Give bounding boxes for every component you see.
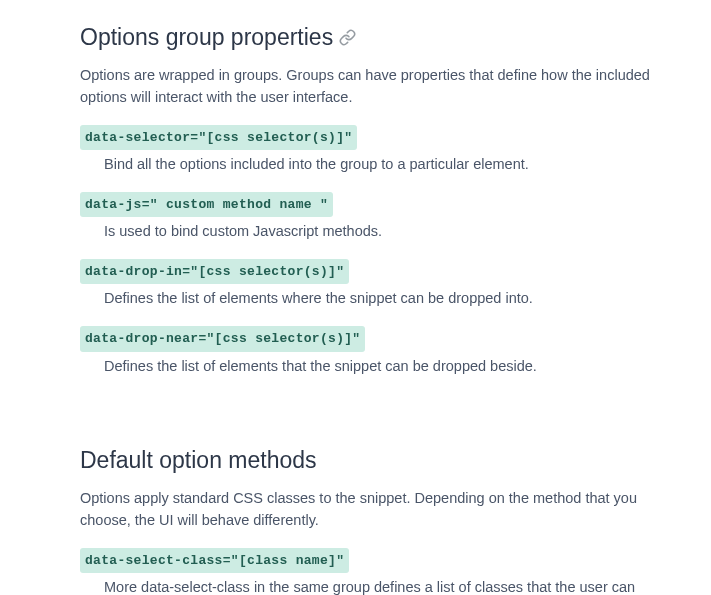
property-desc: More data-select-class in the same group… xyxy=(104,576,664,595)
property-desc: Is used to bind custom Javascript method… xyxy=(104,220,664,242)
property-desc: Bind all the options included into the g… xyxy=(104,153,664,175)
heading-text: Default option methods xyxy=(80,443,317,479)
section-heading-options-group: Options group properties xyxy=(80,20,691,56)
property-code: data-drop-in="[css selector(s)]" xyxy=(80,259,349,284)
property-code: data-js=" custom method name " xyxy=(80,192,333,217)
section-intro: Options apply standard CSS classes to th… xyxy=(80,487,650,532)
property-desc: Defines the list of elements where the s… xyxy=(104,287,664,309)
property-item: data-select-class="[class name]" More da… xyxy=(80,548,691,595)
property-item: data-js=" custom method name " Is used t… xyxy=(80,192,691,243)
property-code: data-drop-near="[css selector(s)]" xyxy=(80,326,365,351)
property-desc: Defines the list of elements that the sn… xyxy=(104,355,664,377)
heading-text: Options group properties xyxy=(80,20,333,56)
property-item: data-drop-in="[css selector(s)]" Defines… xyxy=(80,259,691,310)
property-item: data-selector="[css selector(s)]" Bind a… xyxy=(80,125,691,176)
section-intro: Options are wrapped in groups. Groups ca… xyxy=(80,64,650,109)
property-code: data-selector="[css selector(s)]" xyxy=(80,125,357,150)
link-icon[interactable] xyxy=(339,29,356,46)
property-item: data-drop-near="[css selector(s)]" Defin… xyxy=(80,326,691,377)
property-code: data-select-class="[class name]" xyxy=(80,548,349,573)
section-heading-default-methods: Default option methods xyxy=(80,443,691,479)
